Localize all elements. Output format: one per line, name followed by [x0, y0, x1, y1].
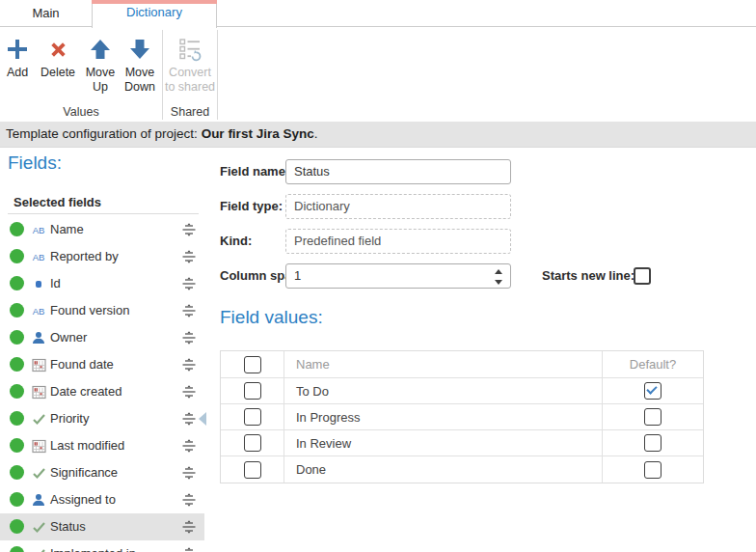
field-label: Assigned to	[50, 486, 116, 513]
calendar-icon	[32, 358, 46, 373]
id-icon	[36, 281, 41, 288]
convert-to-shared-label: Convert to shared	[164, 66, 216, 95]
field-enabled-dot	[10, 222, 24, 236]
column-span-value: 1	[294, 268, 301, 283]
drag-handle-icon[interactable]	[181, 385, 197, 399]
drag-handle-icon[interactable]	[181, 466, 197, 480]
field-label: Found version	[50, 297, 129, 324]
field-list-item[interactable]: Date created	[0, 378, 204, 405]
default-checkbox[interactable]	[644, 434, 662, 452]
move-up-button-label: Move Up	[81, 66, 120, 95]
field-list-item[interactable]: Assigned to	[0, 486, 204, 513]
kind-label: Kind:	[220, 229, 252, 254]
calendar-icon	[32, 385, 46, 400]
field-list-item[interactable]: ABFound version	[0, 297, 204, 324]
move-up-button[interactable]: Move Up	[81, 35, 120, 95]
field-enabled-dot	[10, 438, 24, 453]
field-values-heading: Field values:	[220, 307, 323, 328]
row-select-checkbox[interactable]	[244, 461, 261, 479]
tab-main[interactable]: Main	[0, 0, 92, 27]
tab-dictionary-label: Dictionary	[126, 5, 182, 19]
spinner-up-icon[interactable]	[495, 269, 502, 274]
plus-icon	[2, 35, 33, 64]
add-button-label: Add	[2, 66, 33, 80]
field-enabled-dot	[10, 303, 24, 317]
fields-heading: Fields:	[8, 152, 62, 174]
check-icon	[32, 467, 46, 480]
field-list-item[interactable]: Priority	[0, 405, 204, 432]
value-name-cell[interactable]: To Do	[284, 378, 603, 404]
column-header-default: Default?	[603, 351, 703, 378]
default-checkbox[interactable]	[644, 382, 662, 400]
spinner-down-icon[interactable]	[495, 280, 502, 285]
value-name-cell[interactable]: In Progress	[284, 404, 603, 430]
check-icon	[30, 540, 47, 552]
group-separator	[217, 30, 218, 120]
check-icon	[32, 548, 46, 552]
field-type-label: Field type:	[220, 194, 283, 219]
field-list-item[interactable]: Implemented in	[0, 540, 204, 552]
column-span-input[interactable]: 1	[285, 263, 511, 289]
banner-project-name: Our first Jira Sync	[202, 126, 314, 141]
field-list-item[interactable]: Status	[0, 513, 204, 540]
field-enabled-dot	[10, 276, 24, 290]
drag-handle-icon[interactable]	[181, 277, 197, 290]
field-list-item[interactable]: ABReported by	[0, 243, 204, 270]
move-down-button-label: Move Down	[120, 66, 160, 95]
field-values-table: Name Default? To Do In Progress In Revie…	[220, 350, 704, 483]
drag-handle-icon[interactable]	[181, 493, 197, 507]
field-enabled-dot	[10, 465, 24, 480]
field-list-item[interactable]: Found date	[0, 351, 204, 378]
banner-prefix: Template configuration of project:	[6, 126, 202, 141]
drag-handle-icon[interactable]	[181, 304, 197, 317]
starts-new-line-checkbox[interactable]	[634, 267, 651, 285]
field-label: Id	[50, 270, 61, 297]
field-label: Status	[50, 513, 86, 540]
delete-x-icon	[37, 35, 79, 64]
tab-dictionary[interactable]: Dictionary	[92, 0, 217, 28]
drag-handle-icon[interactable]	[181, 547, 197, 552]
select-all-checkbox[interactable]	[244, 356, 261, 373]
add-button[interactable]: Add	[2, 35, 33, 80]
field-list-item[interactable]: ABName	[0, 216, 204, 243]
splitter-collapse-icon[interactable]	[199, 412, 206, 426]
default-checkbox[interactable]	[644, 408, 662, 426]
field-enabled-dot	[10, 384, 24, 399]
drag-handle-icon[interactable]	[181, 223, 197, 236]
field-enabled-dot	[10, 357, 24, 372]
check-icon	[30, 459, 47, 486]
value-name-cell[interactable]: Done	[284, 456, 603, 483]
row-select-checkbox[interactable]	[244, 434, 261, 452]
calendar-icon	[32, 439, 46, 454]
drag-handle-icon[interactable]	[181, 250, 197, 263]
field-list-item[interactable]: Id	[0, 270, 204, 297]
field-list-item[interactable]: Owner	[0, 324, 204, 351]
ribbon-group-values-label: Values	[0, 105, 162, 119]
drag-handle-icon[interactable]	[181, 412, 197, 426]
default-checkbox[interactable]	[644, 461, 662, 479]
value-name-cell[interactable]: In Review	[284, 430, 603, 456]
row-select-checkbox[interactable]	[244, 382, 261, 400]
drag-handle-icon[interactable]	[181, 358, 197, 372]
delete-button[interactable]: Delete	[37, 35, 79, 80]
date-icon	[30, 432, 47, 459]
field-list-item[interactable]: Significance	[0, 459, 204, 486]
drag-handle-icon[interactable]	[181, 331, 197, 345]
field-label: Priority	[50, 405, 89, 432]
field-name-input[interactable]: Status	[285, 159, 511, 184]
text-field-icon: AB	[30, 243, 47, 270]
column-header-name: Name	[284, 351, 603, 378]
row-select-checkbox[interactable]	[244, 408, 261, 426]
check-icon	[30, 513, 47, 540]
date-icon	[30, 378, 47, 405]
move-down-button[interactable]: Move Down	[120, 35, 160, 95]
person-icon	[30, 486, 47, 513]
field-list-item[interactable]: Last modified	[0, 432, 204, 459]
table-row: Done	[221, 456, 703, 483]
field-name-label: Field name:	[220, 159, 289, 184]
drag-handle-icon[interactable]	[181, 520, 197, 534]
delete-button-label: Delete	[37, 66, 79, 80]
drag-handle-icon[interactable]	[181, 439, 197, 453]
date-icon	[30, 351, 47, 378]
check-icon	[30, 405, 47, 432]
